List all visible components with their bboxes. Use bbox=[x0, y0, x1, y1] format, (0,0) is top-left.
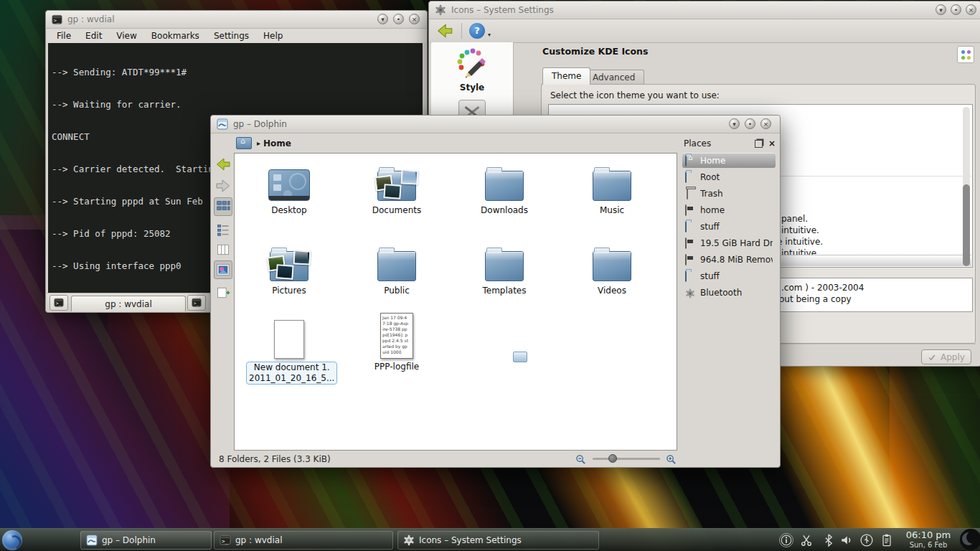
places-item-removable[interactable]: 964.8 MiB Remov... bbox=[682, 252, 776, 267]
menu-edit[interactable]: Edit bbox=[85, 31, 102, 41]
status-text: 8 Folders, 2 Files (3.3 KiB) bbox=[219, 454, 331, 464]
zoom-slider-handle[interactable] bbox=[608, 454, 617, 463]
clipboard-icon[interactable] bbox=[880, 533, 894, 547]
tab-advanced[interactable]: Advanced bbox=[583, 70, 644, 85]
tab-list-button[interactable] bbox=[187, 295, 206, 311]
theme-description-fragment: panel. bbox=[781, 214, 808, 224]
check-icon bbox=[928, 353, 936, 362]
menu-bookmarks[interactable]: Bookmarks bbox=[151, 31, 199, 41]
file-item-downloads[interactable]: Downloads bbox=[461, 159, 547, 216]
file-item-pictures[interactable]: Pictures bbox=[246, 240, 332, 296]
file-item-documents[interactable]: Documents bbox=[354, 159, 440, 216]
breadcrumb-home-icon[interactable] bbox=[236, 137, 252, 149]
digital-clock[interactable]: 06:10 pm Sun, 6 Feb bbox=[897, 530, 959, 550]
icons-view-icon bbox=[215, 199, 231, 215]
apply-button[interactable]: Apply bbox=[921, 349, 971, 364]
dolphin-window: gp – Dolphin ▾ • × ▸ Home bbox=[210, 115, 781, 468]
menu-file[interactable]: File bbox=[57, 31, 71, 41]
dolphin-toolbar bbox=[213, 153, 233, 466]
bluetooth-icon[interactable] bbox=[821, 533, 836, 547]
list-scrollbar[interactable] bbox=[963, 107, 970, 265]
places-item-root[interactable]: Root bbox=[682, 169, 776, 184]
home-icon bbox=[685, 155, 687, 166]
menu-settings[interactable]: Settings bbox=[214, 31, 249, 41]
usb-device-icon[interactable] bbox=[859, 533, 874, 547]
places-item-stuff2[interactable]: stuff bbox=[682, 268, 776, 283]
konsole-titlebar[interactable]: gp : wvdial bbox=[46, 11, 427, 29]
places-item-trash[interactable]: Trash bbox=[682, 186, 776, 201]
app-launcher-button[interactable] bbox=[2, 530, 22, 550]
settings-titlebar[interactable]: Icons – System Settings bbox=[429, 1, 980, 19]
places-item-bluetooth[interactable]: Bluetooth bbox=[682, 285, 776, 300]
menu-help[interactable]: Help bbox=[263, 31, 283, 41]
help-icon[interactable]: ? bbox=[469, 23, 485, 39]
split-view-button[interactable] bbox=[214, 283, 232, 302]
scrollbar-thumb[interactable] bbox=[963, 184, 970, 266]
taskbar-task-systemsettings[interactable]: Icons – System Settings bbox=[397, 531, 599, 550]
panel-cashew-icon[interactable] bbox=[960, 529, 980, 550]
breadcrumb-home[interactable]: Home bbox=[263, 138, 291, 149]
menu-view[interactable]: View bbox=[116, 31, 136, 41]
style-icon[interactable] bbox=[455, 47, 489, 81]
file-item-music[interactable]: Music bbox=[569, 159, 655, 216]
maximize-button[interactable]: • bbox=[951, 4, 961, 15]
close-button[interactable]: × bbox=[966, 4, 976, 15]
theme-description-fragment: intuitive. bbox=[781, 225, 819, 235]
taskbar-task-dolphin[interactable]: gp – Dolphin bbox=[80, 531, 212, 550]
detach-panel-icon[interactable] bbox=[755, 140, 763, 148]
maximize-button[interactable]: • bbox=[745, 118, 755, 129]
terminal-tab[interactable]: gp : wvdial bbox=[71, 296, 186, 311]
minimize-button[interactable]: ▾ bbox=[377, 14, 388, 24]
clock-time: 06:10 pm bbox=[897, 530, 959, 540]
columns-view-button[interactable] bbox=[214, 240, 232, 259]
konsole-menubar: File Edit View Bookmarks Settings Help bbox=[47, 29, 426, 43]
file-item-desktop[interactable]: Desktop bbox=[246, 159, 332, 216]
close-button[interactable]: × bbox=[409, 14, 420, 24]
places-item-home-partition[interactable]: home bbox=[682, 202, 776, 217]
places-item-home[interactable]: Home bbox=[682, 153, 776, 168]
folder-icon bbox=[685, 270, 687, 282]
volume-icon[interactable] bbox=[839, 533, 854, 547]
file-item-label: Videos bbox=[569, 286, 655, 296]
gear-icon bbox=[403, 534, 415, 546]
places-item-hard-drive[interactable]: 19.5 GiB Hard Drive bbox=[682, 235, 776, 250]
file-item-label: Desktop bbox=[246, 205, 332, 216]
minimize-button[interactable]: ▾ bbox=[729, 118, 740, 129]
places-title: Places bbox=[684, 138, 755, 149]
back-arrow-icon[interactable] bbox=[435, 22, 454, 40]
zoom-in-icon[interactable] bbox=[666, 454, 677, 465]
places-header: Places × bbox=[684, 137, 776, 150]
places-item-stuff[interactable]: stuff bbox=[682, 219, 776, 234]
maximize-button[interactable]: • bbox=[393, 14, 404, 24]
toolbar-separator bbox=[461, 23, 462, 39]
minimize-button[interactable]: ▾ bbox=[936, 4, 946, 15]
zoom-slider[interactable] bbox=[593, 458, 660, 460]
zoom-out-icon[interactable] bbox=[575, 454, 586, 465]
icon-view-mode-button[interactable] bbox=[957, 46, 974, 63]
close-button[interactable]: × bbox=[760, 118, 771, 129]
sidebar-item-style[interactable]: Style bbox=[431, 83, 513, 93]
file-item-templates[interactable]: Templates bbox=[461, 240, 547, 296]
file-item-ppp-logfile[interactable]: Jan 17 09:4 7:18 gp-Asp ire-5738 pp pd[1… bbox=[354, 313, 440, 372]
dolphin-folder-view[interactable]: Desktop Documents Downloads Music Pictur… bbox=[234, 153, 677, 451]
details-view-button[interactable] bbox=[214, 220, 232, 239]
taskbar-task-konsole[interactable]: gp : wvdial bbox=[214, 531, 393, 550]
new-tab-button[interactable] bbox=[50, 295, 68, 311]
preview-button[interactable] bbox=[214, 260, 232, 279]
drive-icon bbox=[685, 237, 687, 249]
terminal-icon bbox=[220, 534, 231, 546]
info-tray-icon[interactable] bbox=[779, 533, 793, 547]
taskbar-panel: gp – Dolphin gp : wvdial Icons – System … bbox=[0, 528, 980, 551]
file-item-videos[interactable]: Videos bbox=[569, 240, 655, 296]
file-item-public[interactable]: Public bbox=[354, 240, 440, 296]
close-panel-icon[interactable]: × bbox=[768, 138, 776, 149]
folder-icon bbox=[485, 171, 524, 201]
tab-theme[interactable]: Theme bbox=[542, 67, 590, 85]
forward-button[interactable] bbox=[214, 176, 232, 195]
icons-view-button[interactable] bbox=[214, 197, 232, 216]
file-item-new-document[interactable]: New document 1. 2011_01_20_16_5... bbox=[246, 313, 332, 385]
desktop: gp : wvdial ▾ • × File Edit View Bookmar… bbox=[0, 0, 980, 551]
dolphin-titlebar[interactable]: gp – Dolphin bbox=[211, 116, 780, 133]
back-button[interactable] bbox=[214, 155, 232, 174]
klipper-scissors-icon[interactable] bbox=[799, 533, 814, 547]
